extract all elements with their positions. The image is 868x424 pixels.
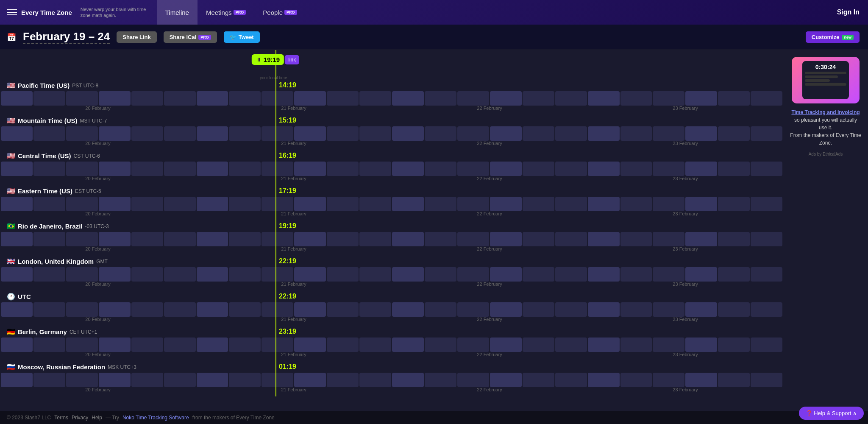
time-block-pacific-18[interactable] [588, 91, 620, 106]
time-block-moscow-15[interactable] [490, 373, 522, 387]
time-block-pacific-14[interactable] [457, 91, 489, 106]
time-block-eastern-23[interactable] [751, 197, 782, 211]
time-block-rio-19[interactable] [620, 232, 652, 246]
time-block-london-1[interactable] [33, 267, 65, 282]
time-block-moscow-14[interactable] [457, 373, 489, 387]
time-block-pacific-23[interactable] [751, 91, 782, 106]
time-block-moscow-5[interactable] [164, 373, 196, 387]
time-block-moscow-12[interactable] [392, 373, 424, 387]
time-block-pacific-4[interactable] [131, 91, 163, 106]
time-block-berlin-16[interactable] [523, 338, 554, 352]
time-block-mountain-19[interactable] [620, 126, 652, 141]
nav-meetings[interactable]: Meetings Pro [198, 0, 254, 25]
time-block-london-3[interactable] [99, 267, 131, 282]
nav-people[interactable]: People Pro [254, 0, 305, 25]
time-block-utc-2[interactable] [66, 302, 98, 317]
help-link[interactable]: Help [92, 415, 102, 421]
time-block-eastern-20[interactable] [653, 197, 684, 211]
time-block-central-0[interactable] [1, 162, 33, 176]
time-block-mountain-10[interactable] [327, 126, 359, 141]
time-block-london-2[interactable] [66, 267, 98, 282]
time-block-pacific-15[interactable] [490, 91, 522, 106]
time-block-moscow-9[interactable] [294, 373, 326, 387]
time-block-utc-3[interactable] [99, 302, 131, 317]
time-block-central-6[interactable] [197, 162, 228, 176]
time-block-central-12[interactable] [392, 162, 424, 176]
time-block-moscow-11[interactable] [359, 373, 391, 387]
noko-link[interactable]: Noko Time Tracking Software [122, 415, 189, 421]
time-block-london-16[interactable] [523, 267, 554, 282]
time-block-utc-17[interactable] [555, 302, 587, 317]
time-block-london-4[interactable] [131, 267, 163, 282]
time-block-eastern-0[interactable] [1, 197, 33, 211]
time-block-london-7[interactable] [229, 267, 261, 282]
time-block-london-20[interactable] [653, 267, 684, 282]
time-block-london-15[interactable] [490, 267, 522, 282]
time-block-eastern-16[interactable] [523, 197, 554, 211]
time-block-rio-17[interactable] [555, 232, 587, 246]
time-block-mountain-7[interactable] [229, 126, 261, 141]
time-block-berlin-0[interactable] [1, 338, 33, 352]
time-block-berlin-18[interactable] [588, 338, 620, 352]
time-block-berlin-6[interactable] [197, 338, 228, 352]
time-block-london-8[interactable] [262, 267, 293, 282]
time-block-mountain-4[interactable] [131, 126, 163, 141]
time-block-moscow-17[interactable] [555, 373, 587, 387]
time-block-utc-15[interactable] [490, 302, 522, 317]
time-block-berlin-2[interactable] [66, 338, 98, 352]
time-block-mountain-12[interactable] [392, 126, 424, 141]
time-block-eastern-19[interactable] [620, 197, 652, 211]
time-block-berlin-21[interactable] [685, 338, 717, 352]
time-block-utc-7[interactable] [229, 302, 261, 317]
time-block-central-8[interactable] [262, 162, 293, 176]
time-block-berlin-15[interactable] [490, 338, 522, 352]
time-block-rio-0[interactable] [1, 232, 33, 246]
time-block-moscow-18[interactable] [588, 373, 620, 387]
time-block-utc-5[interactable] [164, 302, 196, 317]
time-block-berlin-10[interactable] [327, 338, 359, 352]
time-block-rio-13[interactable] [425, 232, 456, 246]
time-block-utc-0[interactable] [1, 302, 33, 317]
time-block-rio-22[interactable] [718, 232, 750, 246]
time-block-moscow-7[interactable] [229, 373, 261, 387]
time-block-central-13[interactable] [425, 162, 456, 176]
time-block-london-9[interactable] [294, 267, 326, 282]
time-block-london-22[interactable] [718, 267, 750, 282]
time-block-berlin-3[interactable] [99, 338, 131, 352]
time-block-central-11[interactable] [359, 162, 391, 176]
time-block-mountain-5[interactable] [164, 126, 196, 141]
time-block-moscow-2[interactable] [66, 373, 98, 387]
customize-button[interactable]: Customize new [806, 31, 860, 43]
time-block-central-18[interactable] [588, 162, 620, 176]
time-block-central-14[interactable] [457, 162, 489, 176]
time-block-pacific-9[interactable] [294, 91, 326, 106]
time-block-rio-2[interactable] [66, 232, 98, 246]
time-block-central-4[interactable] [131, 162, 163, 176]
time-block-eastern-11[interactable] [359, 197, 391, 211]
time-block-rio-5[interactable] [164, 232, 196, 246]
time-block-utc-1[interactable] [33, 302, 65, 317]
time-block-berlin-13[interactable] [425, 338, 456, 352]
time-block-utc-20[interactable] [653, 302, 684, 317]
time-block-central-16[interactable] [523, 162, 554, 176]
time-block-mountain-18[interactable] [588, 126, 620, 141]
time-block-central-22[interactable] [718, 162, 750, 176]
time-block-mountain-23[interactable] [751, 126, 782, 141]
time-block-berlin-22[interactable] [718, 338, 750, 352]
time-block-eastern-8[interactable] [262, 197, 293, 211]
time-block-rio-14[interactable] [457, 232, 489, 246]
time-block-london-23[interactable] [751, 267, 782, 282]
time-block-eastern-14[interactable] [457, 197, 489, 211]
time-block-rio-3[interactable] [99, 232, 131, 246]
time-block-utc-4[interactable] [131, 302, 163, 317]
time-block-utc-10[interactable] [327, 302, 359, 317]
time-block-moscow-0[interactable] [1, 373, 33, 387]
time-block-pacific-10[interactable] [327, 91, 359, 106]
time-block-rio-15[interactable] [490, 232, 522, 246]
time-block-utc-9[interactable] [294, 302, 326, 317]
time-block-berlin-20[interactable] [653, 338, 684, 352]
time-block-berlin-19[interactable] [620, 338, 652, 352]
time-block-pacific-11[interactable] [359, 91, 391, 106]
time-block-utc-8[interactable] [262, 302, 293, 317]
time-block-mountain-17[interactable] [555, 126, 587, 141]
